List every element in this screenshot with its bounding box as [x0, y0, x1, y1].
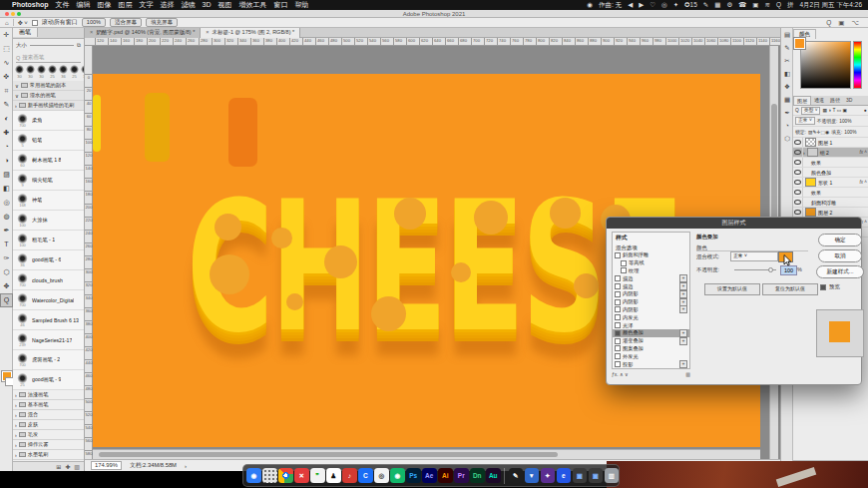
lasso-tool[interactable]: ∿	[0, 56, 13, 70]
zoom-level-field[interactable]: 174.99%	[91, 461, 122, 470]
color-gradient-picker[interactable]	[800, 41, 851, 89]
menu-item[interactable]: 图层	[119, 1, 133, 8]
workspace-icon[interactable]: ▣	[838, 19, 844, 27]
style-list-item[interactable]: 投影+	[613, 360, 689, 368]
dock-maps-app[interactable]: ◉	[246, 468, 261, 483]
style-list-item[interactable]: 内阴影+	[613, 306, 689, 314]
expand-arrow-icon[interactable]: ›	[15, 412, 17, 418]
brush-item[interactable]: 168神笔	[13, 191, 84, 211]
opacity-value-field[interactable]: 100	[780, 265, 797, 275]
brush-item[interactable]: 36good画笔 - 6	[13, 250, 84, 270]
style-checkbox[interactable]	[615, 338, 621, 344]
brush-item[interactable]: 60树木画笔 1 8	[13, 151, 84, 171]
style-checkbox[interactable]	[621, 267, 627, 273]
brush-item[interactable]: 9细尖铅笔	[13, 171, 84, 191]
style-list-item[interactable]: 光泽	[613, 321, 689, 329]
delete-style-icon[interactable]: ▥	[685, 371, 690, 377]
expand-arrow-icon[interactable]: ›	[15, 402, 17, 408]
eraser-tool[interactable]: ▨	[0, 168, 13, 182]
brush-angle-icon[interactable]: ⧉	[77, 42, 81, 49]
style-list-item[interactable]: 斜面和浮雕	[613, 251, 689, 259]
style-list-item[interactable]: 纹理	[613, 267, 689, 275]
menubar-status-icon[interactable]: ▦	[714, 0, 720, 10]
menu-item[interactable]: 编辑	[77, 1, 91, 8]
ok-button[interactable]: 确定	[818, 234, 862, 246]
brush-item[interactable]: 100粗毛笔 - 1	[13, 231, 84, 250]
magic-wand-tool[interactable]: ✜	[0, 70, 13, 84]
dock-illustrator[interactable]: Ai	[438, 468, 453, 483]
brush-group[interactable]: ∨常用画笔的副本	[13, 81, 84, 91]
brush-size-slider[interactable]	[30, 45, 74, 46]
layer-row[interactable]: 效果	[793, 188, 868, 198]
set-default-button[interactable]: 设置为默认值	[704, 283, 760, 295]
search-icon[interactable]: Q	[826, 19, 831, 27]
dock-pen-app[interactable]: ✎	[509, 468, 524, 483]
new-brush-icon[interactable]: ✚	[65, 463, 70, 470]
new-group-icon[interactable]: ⊞	[56, 463, 61, 470]
dock-photoshop[interactable]: Ps	[406, 468, 421, 483]
brush-item[interactable]: 5铅笔	[13, 131, 84, 151]
dodge-tool[interactable]: ◍	[0, 210, 13, 224]
brush-item[interactable]: 46Sampled Brush 6 13	[13, 310, 84, 330]
brush-item[interactable]: 25good画笔 - 9	[13, 370, 84, 390]
visibility-cell[interactable]	[793, 188, 803, 197]
style-checkbox[interactable]	[615, 353, 621, 359]
dock-launchpad[interactable]	[262, 468, 277, 483]
eye-icon[interactable]	[794, 200, 801, 206]
eye-icon[interactable]	[794, 180, 801, 186]
crop-tool[interactable]: ⌗	[0, 84, 13, 98]
dock-downloads-folder[interactable]: ▼	[525, 468, 540, 483]
menubar-status-icon[interactable]: ◀	[628, 0, 633, 10]
blur-tool[interactable]: ◎	[0, 196, 13, 210]
type-tool[interactable]: T	[0, 238, 13, 251]
marquee-tool[interactable]: ⬚	[0, 42, 13, 56]
dialog-title[interactable]: 图层样式	[607, 218, 861, 229]
blend-mode-select[interactable]: 正常 ˅	[795, 117, 815, 125]
dock-e-app[interactable]: e	[557, 468, 572, 483]
dock-after-effects[interactable]: Ae	[422, 468, 437, 483]
style-checkbox[interactable]	[615, 283, 621, 289]
style-list-item[interactable]: 颜色叠加+	[613, 329, 689, 337]
menu-item[interactable]: 文字	[140, 1, 154, 8]
eye-icon[interactable]	[794, 210, 801, 216]
panel-tab-3D[interactable]: 3D	[843, 96, 855, 105]
expand-arrow-icon[interactable]: ›	[15, 392, 17, 398]
panel-tab-通道[interactable]: 通道	[811, 96, 827, 105]
hue-slider[interactable]	[853, 41, 862, 89]
blending-options-item[interactable]: 混合选项	[613, 244, 689, 251]
eye-icon[interactable]	[794, 160, 801, 166]
expand-arrow-icon[interactable]: ∨	[15, 83, 19, 89]
style-checkbox[interactable]	[615, 314, 621, 320]
dock-green-app[interactable]: ◉	[390, 468, 405, 483]
style-checkbox[interactable]	[615, 322, 621, 328]
brushes-tab[interactable]: 画笔	[13, 28, 38, 37]
shape-tool[interactable]: ⬡	[0, 265, 13, 279]
expand-arrow-icon[interactable]: ›	[15, 422, 17, 428]
menu-item[interactable]: 滤镜	[182, 1, 196, 8]
expand-arrow-icon[interactable]: ›	[803, 150, 805, 156]
visibility-cell[interactable]	[793, 158, 803, 167]
expand-arrow-icon[interactable]: ›	[15, 452, 17, 458]
expand-arrow-icon[interactable]: ›	[15, 442, 17, 448]
menubar-status-icon[interactable]: Q	[776, 0, 781, 10]
close-tab-icon[interactable]: ×	[206, 29, 209, 35]
layer-filter-icon[interactable]: ▣	[843, 108, 848, 113]
menu-item[interactable]: 帮助	[295, 1, 309, 8]
document-tab[interactable]: ×未标题-1 @ 175% (图 2, RGB/8) *	[201, 28, 300, 38]
brush-folder[interactable]: ›毛发	[13, 430, 84, 440]
menu-item[interactable]: 文件	[56, 1, 70, 8]
dock-c-app[interactable]: C	[358, 468, 373, 483]
expand-arrow-icon[interactable]: ›	[15, 103, 17, 109]
style-checkbox[interactable]	[615, 306, 621, 312]
style-list-item[interactable]: 内阴影+	[613, 298, 689, 306]
menubar-status-icon[interactable]: ⚙	[726, 0, 732, 10]
layer-row[interactable]: 图层 1	[793, 138, 868, 148]
filter-toggle-icon[interactable]: ●	[864, 108, 867, 113]
hand-tool-icon[interactable]: ✥ ˅	[18, 19, 28, 26]
menubar-status-icon[interactable]: 拼	[787, 0, 794, 10]
brush-folder[interactable]: ›混合	[13, 410, 84, 420]
filter-kind-select[interactable]: 类型 ˅	[801, 107, 821, 115]
fill-value[interactable]: 100%	[844, 130, 856, 135]
brush-folder[interactable]: ›皮肤	[13, 420, 84, 430]
new-style-button[interactable]: 新建样式...	[816, 265, 864, 278]
